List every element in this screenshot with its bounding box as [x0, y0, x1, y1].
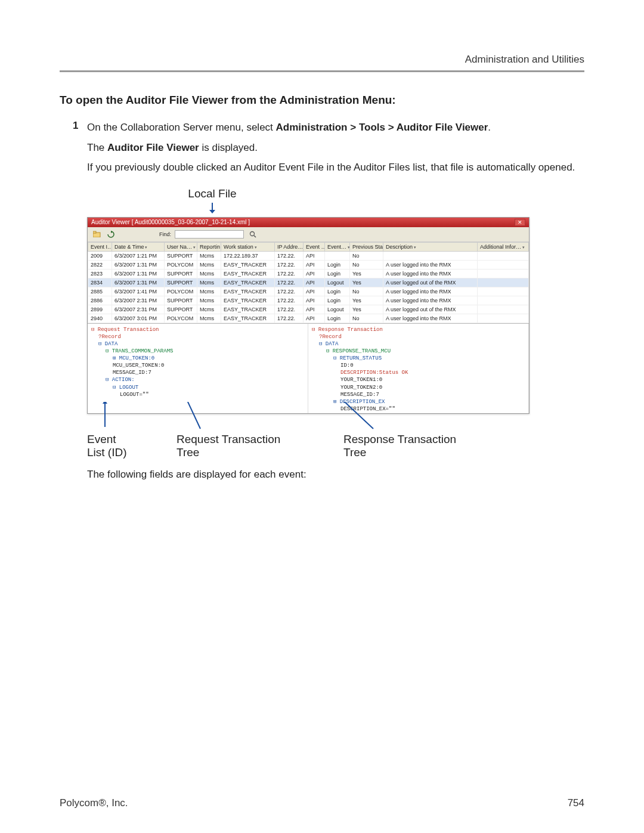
response-tree[interactable]: ⊟ Response Transaction ?Record ⊟ DATA ⊟ …: [308, 324, 529, 413]
table-row[interactable]: 28866/3/2007 2:31 PMSUPPORTMcmsEASY_TRAC…: [88, 296, 529, 305]
table-row[interactable]: 28236/3/2007 1:31 PMSUPPORTMcmsEASY_TRAC…: [88, 269, 529, 278]
col-event-id[interactable]: Event I…: [88, 242, 112, 251]
search-icon[interactable]: [247, 229, 258, 240]
footer-company: Polycom®, Inc.: [60, 797, 128, 809]
col-event[interactable]: Event …: [304, 242, 325, 251]
toolbar: Find:: [88, 227, 529, 242]
event-list-caption: Event List (ID): [87, 433, 177, 460]
table-row[interactable]: 29406/3/2007 3:01 PMPOLYCOMMcmsEASY_TRAC…: [88, 314, 529, 323]
col-date[interactable]: Date & Time: [112, 242, 165, 251]
after-figure-text: The following fields are displayed for e…: [87, 467, 584, 482]
col-workstation[interactable]: Work station: [221, 242, 275, 251]
footer-page: 754: [568, 797, 584, 809]
table-row[interactable]: 20096/3/2007 1:21 PMSUPPORTMcms172.22.18…: [88, 251, 529, 260]
svg-marker-8: [103, 402, 107, 404]
col-prev[interactable]: Previous State…: [350, 242, 383, 251]
local-file-label: Local File: [171, 187, 254, 200]
svg-line-11: [326, 402, 373, 429]
line-previous: If you previously double clicked an Audi…: [87, 160, 584, 175]
arrow-down-icon: [206, 203, 528, 216]
arrows-row: [87, 414, 528, 432]
svg-line-6: [254, 236, 256, 237]
captions-row: Event List (ID) Request Transaction Tree…: [87, 433, 528, 460]
find-input[interactable]: [175, 230, 244, 239]
table-header-row[interactable]: Event I… Date & Time User Na… Reportin… …: [88, 242, 529, 251]
lower-panes: ⊟ Request Transaction ?Record ⊟ DATA ⊟ T…: [88, 323, 529, 413]
section-title: To open the Auditor File Viewer from the…: [60, 94, 584, 107]
col-reporting[interactable]: Reportin…: [197, 242, 221, 251]
titlebar[interactable]: Auditor Viewer [ Audit00000035_03-06-200…: [88, 218, 529, 227]
response-tree-caption: Response Transaction Tree: [343, 433, 528, 460]
events-table[interactable]: Event I… Date & Time User Na… Reportin… …: [88, 242, 529, 323]
find-label: Find:: [159, 231, 171, 237]
line-displayed: The Auditor File Viewer is displayed.: [87, 140, 584, 156]
step-text: On the Collaboration Server menu, select…: [87, 120, 584, 135]
col-desc[interactable]: Description: [383, 242, 478, 251]
svg-point-5: [250, 231, 255, 236]
divider: [60, 70, 584, 72]
svg-line-9: [179, 402, 200, 429]
refresh-icon[interactable]: [106, 229, 116, 240]
table-row[interactable]: 28996/3/2007 2:31 PMSUPPORTMcmsEASY_TRAC…: [88, 305, 529, 314]
col-event2[interactable]: Event…: [325, 242, 350, 251]
svg-rect-3: [93, 231, 96, 233]
step-number: 1: [73, 120, 87, 135]
table-row[interactable]: 28226/3/2007 1:31 PMPOLYCOMMcmsEASY_TRAC…: [88, 260, 529, 269]
auditor-viewer-window: Auditor Viewer [ Audit00000035_03-06-200…: [87, 217, 530, 414]
window-title: Auditor Viewer [ Audit00000035_03-06-200…: [91, 219, 250, 225]
close-icon[interactable]: ✕: [515, 219, 525, 226]
open-icon[interactable]: [91, 229, 102, 240]
table-row[interactable]: 28856/3/2007 1:41 PMPOLYCOMMcmsEASY_TRAC…: [88, 287, 529, 296]
table-row[interactable]: 28346/3/2007 1:31 PMSUPPORTMcmsEASY_TRAC…: [88, 278, 529, 287]
svg-marker-1: [209, 210, 215, 213]
col-ip[interactable]: IP Addre…: [275, 242, 304, 251]
request-tree[interactable]: ⊟ Request Transaction ?Record ⊟ DATA ⊟ T…: [88, 324, 308, 413]
breadcrumb: Administration and Utilities: [60, 54, 584, 66]
figure: Local File Auditor Viewer [ Audit0000003…: [87, 187, 528, 460]
request-tree-caption: Request Transaction Tree: [177, 433, 343, 460]
col-user[interactable]: User Na…: [165, 242, 197, 251]
col-addl[interactable]: Additional Infor…: [478, 242, 529, 251]
